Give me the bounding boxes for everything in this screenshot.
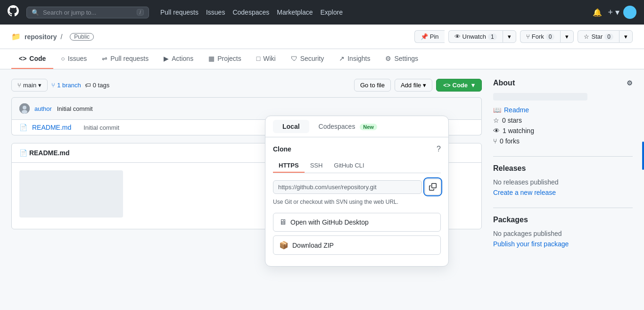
stars-stat: ☆ 0 stars [493,117,633,124]
repo-header: 📁 repository / Public 📌 Pin 👁 Unwatch 1 … [0,25,644,49]
security-icon: 🛡 [291,55,297,62]
commit-message: author Initial commit [34,105,93,112]
new-menu-button[interactable]: + ▾ [608,7,619,17]
copy-url-button[interactable] [425,179,441,195]
unwatch-button[interactable]: 👁 Unwatch 1 [448,30,503,43]
tab-wiki[interactable]: □ Wiki [249,49,283,69]
pr-icon: ⇌ [102,55,107,62]
code-chevron-icon: ▾ [471,82,475,89]
tab-pull-requests[interactable]: ⇌ Pull requests [94,49,156,69]
clone-url-row [273,179,441,195]
branch-count-icon: ⑂ [51,82,55,89]
avatar[interactable] [623,6,636,19]
go-to-file-button[interactable]: Go to file [354,79,391,92]
dropdown-tab-codespaces[interactable]: Codespaces New [309,120,387,133]
scrollbar-accent [642,142,644,170]
branch-bar-actions: Go to file Add file ▾ <> Code ▾ [354,79,482,92]
branch-selector[interactable]: ⑂ main ▾ [11,79,48,92]
clone-hint: Use Git or checkout with SVN using the w… [273,199,441,205]
releases-section: Releases No releases published Create a … [493,164,633,196]
branch-icon: ⑂ [17,82,21,89]
top-navigation: 🔍 Search or jump to... / Pull requests I… [0,0,644,25]
search-icon: 🔍 [32,9,39,16]
nav-marketplace[interactable]: Marketplace [277,8,313,16]
notifications-button[interactable]: 🔔 [591,6,604,19]
create-release-link[interactable]: Create a new release [493,189,633,196]
repo-icon: 📁 [11,32,21,41]
issues-icon: ○ [61,55,65,62]
dropdown-tabs: Local Codespaces New [265,116,448,137]
fork-button[interactable]: ⑂ Fork 0 [520,30,561,43]
nav-explore[interactable]: Explore [321,8,343,16]
tab-code[interactable]: <> Code [11,49,53,69]
search-box[interactable]: 🔍 Search or jump to... / [26,7,149,18]
tab-projects[interactable]: ▦ Projects [201,49,249,69]
dropdown-tab-local[interactable]: Local [273,120,309,133]
dropdown-body: Clone ? HTTPS SSH GitHub CLI Use Git or … [265,137,448,266]
clone-help-icon[interactable]: ? [437,145,441,153]
clone-tab-https[interactable]: HTTPS [273,159,305,173]
nav-issues[interactable]: Issues [206,8,225,16]
book-icon: 📖 [493,106,501,114]
tab-security[interactable]: 🛡 Security [283,49,332,69]
readme-title: README.md [29,149,70,157]
publish-package-link[interactable]: Publish your first package [493,240,633,248]
search-placeholder: Search or jump to... [43,9,96,16]
clone-url-input[interactable] [273,180,422,194]
clone-tabs: HTTPS SSH GitHub CLI [273,159,441,173]
star-dropdown[interactable]: ▾ [619,30,633,43]
projects-icon: ▦ [208,55,215,62]
desktop-icon: 🖥 [279,218,287,226]
readme-file-icon: 📄 [19,149,27,157]
pin-icon: 📌 [421,33,428,40]
fork-dropdown[interactable]: ▾ [560,30,574,43]
repo-owner[interactable]: repository [25,33,57,41]
unwatch-dropdown[interactable]: ▾ [503,30,516,43]
add-file-button[interactable]: Add file ▾ [395,79,432,92]
wiki-icon: □ [256,55,260,62]
clone-tab-github-cli[interactable]: GitHub CLI [328,159,370,173]
nav-pull-requests[interactable]: Pull requests [160,8,198,16]
code-button[interactable]: <> Code ▾ [436,79,482,92]
public-badge: Public [70,33,94,41]
tab-settings[interactable]: ⚙ Settings [378,49,426,69]
tab-insights[interactable]: ↗ Insights [331,49,378,69]
clone-title: Clone [273,145,291,153]
star-button[interactable]: ☆ Star 0 [578,30,619,43]
pin-btn-group: 📌 Pin [414,30,445,43]
edit-about-icon[interactable]: ⚙ [627,79,633,87]
file-icon: 📄 [19,124,27,131]
tag-icon: 🏷 [85,82,91,89]
open-github-desktop-button[interactable]: 🖥 Open with GitHub Desktop [273,213,441,232]
tag-count-link: 🏷 0 tags [85,82,109,89]
no-releases-text: No releases published [493,178,633,186]
nav-codespaces[interactable]: Codespaces [232,8,269,16]
eye-icon: 👁 [493,127,500,134]
packages-title: Packages [493,216,633,224]
download-zip-button[interactable]: 📦 Download ZIP [273,235,441,255]
readme-link[interactable]: 📖 Readme [493,106,633,114]
code-btn-group: <> Code ▾ [436,79,482,92]
add-file-btn-group: Add file ▾ [395,79,432,92]
tab-issues[interactable]: ○ Issues [53,49,94,69]
about-title: About ⚙ [493,79,633,87]
star-icon: ☆ [493,117,499,124]
repo-actions: 📌 Pin 👁 Unwatch 1 ▾ ⑂ Fork 0 ▾ ☆ Star [414,30,633,43]
clone-tab-ssh[interactable]: SSH [305,159,329,173]
watching-stat: 👁 1 watching [493,127,633,134]
settings-icon: ⚙ [385,55,391,62]
repo-sidebar: About ⚙ 📖 Readme ☆ 0 stars 👁 1 watching … [493,79,633,259]
unwatch-btn-group: 👁 Unwatch 1 ▾ [448,30,516,43]
branch-count-link[interactable]: ⑂ 1 branch [51,82,81,89]
code-brackets-icon: <> [443,82,450,89]
commit-author-link[interactable]: author [34,105,52,112]
pin-button[interactable]: 📌 Pin [414,30,445,43]
svg-point-1 [23,106,26,109]
clone-header: Clone ? [273,145,441,153]
fork-icon: ⑂ [493,137,497,145]
file-name-link[interactable]: README.md [32,124,71,131]
sidebar-divider [493,156,633,157]
tab-actions[interactable]: ▶ Actions [156,49,201,69]
github-logo[interactable] [8,5,19,19]
code-dropdown-panel: Local Codespaces New Clone ? HTTPS SSH G… [265,116,449,267]
